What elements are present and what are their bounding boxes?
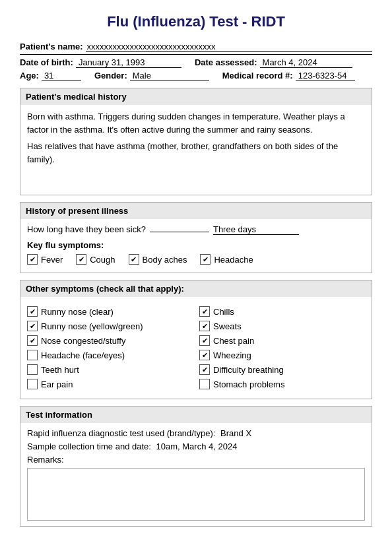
date-assessed-value: March 4, 2024 (260, 57, 352, 68)
checkbox-box (27, 335, 38, 346)
flu-symptom-item: Body aches (129, 254, 187, 265)
checkbox-box (27, 350, 38, 360)
test-info-body: Rapid influenza diagnostic test used (br… (20, 423, 372, 526)
medical-record-label: Medical record #: (222, 71, 293, 81)
checkbox-box (199, 350, 210, 360)
flu-symptom-item: Fever (27, 254, 63, 265)
other-symptom-item: Teeth hurt (27, 364, 180, 375)
gender-label: Gender: (94, 71, 127, 81)
test-info-header: Test information (20, 407, 372, 423)
date-assessed-label: Date assessed: (195, 57, 257, 67)
how-long-label: How long have they been sick? (27, 224, 146, 234)
other-symptom-item: Nose congested/stuffy (27, 335, 180, 346)
checkbox-box (76, 254, 86, 265)
checkbox-box (199, 321, 210, 331)
sample-value: 10am, March 4, 2024 (156, 441, 238, 451)
checkbox-box (27, 364, 38, 375)
age-value: 31 (42, 71, 81, 81)
checkbox-label: Headache (214, 255, 253, 265)
present-illness-body: How long have they been sick? Three days… (20, 219, 372, 273)
sample-label: Sample collection time and date: (27, 441, 151, 451)
checkbox-label: Chest pain (213, 336, 254, 346)
checkbox-label: Nose congested/stuffy (41, 336, 125, 346)
medical-history-body: Born with asthma. Triggers during sudden… (20, 105, 372, 195)
other-symptom-item: Wheezing (199, 350, 352, 360)
checkbox-label: Chills (213, 307, 234, 317)
other-symptom-item: Headache (face/eyes) (27, 350, 180, 360)
checkbox-label: Stomach problems (213, 379, 284, 389)
present-illness-header: History of present illness (20, 203, 372, 219)
sample-row: Sample collection time and date: 10am, M… (27, 441, 365, 451)
other-symptoms-section: Other symptoms (check all that apply): R… (20, 280, 372, 399)
medical-history-header: Patient's medical history (20, 88, 372, 105)
checkbox-box (199, 335, 210, 346)
other-symptom-item: Stomach problems (199, 379, 352, 389)
checkbox-box (27, 254, 38, 265)
checkbox-box (27, 321, 38, 331)
remarks-box (27, 468, 365, 521)
other-symptom-item: Chest pain (199, 335, 352, 346)
checkbox-label: Wheezing (213, 350, 251, 360)
dob-date-row: Date of birth: January 31, 1993 Date ass… (20, 57, 372, 68)
other-symptom-item: Difficulty breathing (199, 364, 352, 375)
checkbox-label: Difficulty breathing (213, 365, 284, 375)
flu-symptom-item: Headache (200, 254, 253, 265)
dob-label: Date of birth: (20, 57, 73, 67)
present-illness-section: History of present illness How long have… (20, 202, 372, 273)
other-symptom-item: Chills (199, 306, 352, 317)
how-long-row: How long have they been sick? Three days (27, 224, 365, 235)
other-symptom-item: Sweats (199, 321, 352, 331)
remarks-row: Remarks: (27, 455, 365, 465)
checkbox-label: Ear pain (41, 379, 73, 389)
how-long-line (150, 232, 209, 232)
checkbox-label: Cough (90, 255, 115, 265)
checkbox-box (27, 306, 38, 317)
patient-name-row: Patient's name: xxxxxxxxxxxxxxxxxxxxxxxx… (20, 40, 372, 55)
checkbox-label: Teeth hurt (41, 365, 79, 375)
other-symptoms-right: ChillsSweatsChest painWheezingDifficulty… (199, 306, 365, 393)
patient-name-label: Patient's name: (20, 42, 83, 51)
page-title: Flu (Influenza) Test - RIDT (20, 13, 372, 30)
checkbox-label: Fever (41, 255, 63, 265)
checkbox-label: Runny nose (yellow/green) (41, 321, 143, 331)
remarks-label: Remarks: (27, 455, 64, 465)
checkbox-label: Runny nose (clear) (41, 307, 114, 317)
brand-row: Rapid influenza diagnostic test used (br… (27, 428, 365, 438)
dob-value: January 31, 1993 (76, 57, 181, 68)
checkbox-box (27, 379, 38, 389)
key-flu-symptoms-row: FeverCoughBody achesHeadache (27, 254, 365, 265)
flu-symptom-item: Cough (76, 254, 115, 265)
age-label: Age: (20, 71, 39, 81)
checkbox-box (129, 254, 139, 265)
checkbox-box (199, 306, 210, 317)
test-info-section: Test information Rapid influenza diagnos… (20, 406, 372, 527)
gender-value: Male (130, 71, 209, 81)
brand-value: Brand X (220, 428, 251, 438)
other-symptoms-header: Other symptoms (check all that apply): (20, 280, 372, 297)
other-symptoms-grid: Runny nose (clear)Runny nose (yellow/gre… (27, 306, 365, 393)
other-symptom-item: Runny nose (yellow/green) (27, 321, 180, 331)
medical-history-section: Patient's medical history Born with asth… (20, 88, 372, 195)
medical-history-text2: Has relatives that have asthma (mother, … (27, 140, 365, 166)
other-symptom-item: Runny nose (clear) (27, 306, 180, 317)
other-symptom-item: Ear pain (27, 379, 180, 389)
checkbox-box (199, 379, 210, 389)
checkbox-box (200, 254, 211, 265)
other-symptoms-body: Runny nose (clear)Runny nose (yellow/gre… (20, 297, 372, 399)
key-flu-label: Key flu symptoms: (27, 240, 365, 250)
other-symptoms-left: Runny nose (clear)Runny nose (yellow/gre… (27, 306, 193, 393)
checkbox-box (199, 364, 210, 375)
medical-history-text1: Born with asthma. Triggers during sudden… (27, 110, 365, 136)
checkbox-label: Sweats (213, 321, 242, 331)
patient-name-value: xxxxxxxxxxxxxxxxxxxxxxxxxxxxxx (86, 42, 372, 52)
checkbox-label: Body aches (143, 255, 187, 265)
checkbox-label: Headache (face/eyes) (41, 350, 125, 360)
brand-label: Rapid influenza diagnostic test used (br… (27, 428, 215, 438)
age-gender-row: Age: 31 Gender: Male Medical record #: 1… (20, 71, 372, 81)
medical-record-value: 123-6323-54 (296, 71, 355, 81)
how-long-value: Three days (213, 224, 299, 235)
